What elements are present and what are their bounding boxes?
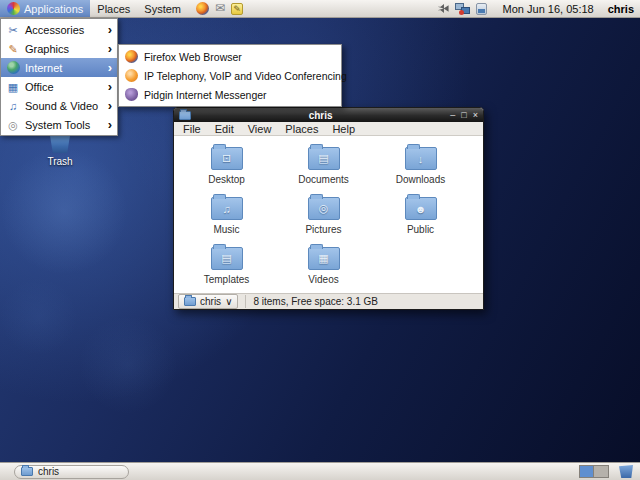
menu-item-label: Graphics xyxy=(25,43,69,55)
accessories-icon: ✂ xyxy=(6,23,20,37)
folder-label: Desktop xyxy=(208,174,245,185)
maximize-icon[interactable]: □ xyxy=(461,108,466,122)
taskbar-window-button[interactable]: chris xyxy=(14,465,129,479)
folder-icon: ▦ xyxy=(308,247,340,270)
submenu-arrow-icon: › xyxy=(108,62,112,74)
menu-item-label: Office xyxy=(25,81,54,93)
sound-video-icon: ♫ xyxy=(6,99,20,113)
firefox-launcher-icon[interactable] xyxy=(196,2,209,15)
window-folder-icon xyxy=(179,111,191,120)
submenu-item-ip-telephony[interactable]: IP Telephony, VoIP and Video Conferencin… xyxy=(119,66,341,85)
template-emblem-icon: ▤ xyxy=(221,252,231,265)
firefox-icon xyxy=(125,50,138,63)
folder-icon: ↓ xyxy=(405,147,437,170)
trash-label: Trash xyxy=(47,156,72,167)
folder-downloads[interactable]: ↓ Downloads xyxy=(372,143,469,193)
menu-places[interactable]: Places xyxy=(285,123,318,135)
updates-icon[interactable] xyxy=(476,3,487,15)
menu-item-label: System Tools xyxy=(25,119,90,131)
close-icon[interactable]: × xyxy=(473,108,478,122)
folder-music[interactable]: ♫ Music xyxy=(178,193,275,243)
folder-public[interactable]: ☻ Public xyxy=(372,193,469,243)
window-title: chris xyxy=(195,110,446,121)
menu-item-internet[interactable]: Internet › xyxy=(1,58,117,77)
window-controls: – □ × xyxy=(450,108,478,122)
folder-videos[interactable]: ▦ Videos xyxy=(275,243,372,293)
submenu-item-label: IP Telephony, VoIP and Video Conferencin… xyxy=(144,70,347,82)
graphics-icon: ✎ xyxy=(6,42,20,56)
chevron-down-icon: ∨ xyxy=(225,296,232,307)
panel-launchers: ✉ ✎ xyxy=(196,2,243,15)
mail-launcher-icon[interactable]: ✉ xyxy=(215,2,225,15)
submenu-arrow-icon: › xyxy=(108,81,112,93)
task-folder-icon xyxy=(21,467,33,476)
folder-icon: ⊡ xyxy=(211,147,243,170)
folder-pictures[interactable]: ◎ Pictures xyxy=(275,193,372,243)
submenu-arrow-icon: › xyxy=(108,100,112,112)
folder-templates[interactable]: ▤ Templates xyxy=(178,243,275,293)
system-tray: Mon Jun 16, 05:18 chris xyxy=(438,3,640,15)
file-manager-window: chris – □ × File Edit View Places Help ⊡… xyxy=(173,107,484,310)
file-list-area: ⊡ Desktop ▤ Documents ↓ Downloads ♫ Musi… xyxy=(174,136,483,293)
menu-item-sound-video[interactable]: ♫ Sound & Video › xyxy=(1,96,117,115)
folder-label: Music xyxy=(213,224,239,235)
folder-icon: ☻ xyxy=(405,197,437,220)
statusbar-divider xyxy=(245,295,246,308)
music-emblem-icon: ♫ xyxy=(222,203,230,215)
trash-applet-icon[interactable] xyxy=(619,465,633,478)
document-emblem-icon: ▤ xyxy=(318,152,328,165)
folder-label: Videos xyxy=(308,274,338,285)
menu-item-system-tools[interactable]: ◎ System Tools › xyxy=(1,115,117,134)
network-alert-dot xyxy=(459,10,464,15)
menu-help[interactable]: Help xyxy=(332,123,355,135)
person-emblem-icon: ☻ xyxy=(415,203,427,215)
folder-icon: ♫ xyxy=(211,197,243,220)
menu-file[interactable]: File xyxy=(183,123,201,135)
places-menu-button[interactable]: Places xyxy=(90,0,137,17)
window-statusbar: chris ∨ 8 items, Free space: 3.1 GB xyxy=(174,293,483,309)
workspace-1[interactable] xyxy=(580,466,594,477)
notes-launcher-icon[interactable]: ✎ xyxy=(231,3,243,15)
menu-view[interactable]: View xyxy=(248,123,272,135)
folder-icon: ▤ xyxy=(211,247,243,270)
panel-user-name[interactable]: chris xyxy=(608,3,634,15)
pidgin-icon xyxy=(125,88,138,101)
folder-label: Documents xyxy=(298,174,349,185)
menu-edit[interactable]: Edit xyxy=(215,123,234,135)
workspace-switcher[interactable] xyxy=(579,465,609,478)
location-folder-icon xyxy=(184,297,196,306)
window-titlebar[interactable]: chris – □ × xyxy=(174,108,483,122)
panel-clock[interactable]: Mon Jun 16, 05:18 xyxy=(503,3,594,15)
menu-item-label: Sound & Video xyxy=(25,100,98,112)
folder-desktop[interactable]: ⊡ Desktop xyxy=(178,143,275,193)
folder-label: Public xyxy=(407,224,434,235)
submenu-arrow-icon: › xyxy=(108,24,112,36)
folder-label: Templates xyxy=(204,274,250,285)
top-panel: Applications Places System ✉ ✎ Mon Jun 1… xyxy=(0,0,640,18)
menu-item-label: Internet xyxy=(25,62,62,74)
volume-icon[interactable] xyxy=(438,3,449,14)
location-dropdown-button[interactable]: chris ∨ xyxy=(178,294,238,309)
menu-item-accessories[interactable]: ✂ Accessories › xyxy=(1,20,117,39)
submenu-item-pidgin[interactable]: Pidgin Internet Messenger xyxy=(119,85,341,104)
system-menu-button[interactable]: System xyxy=(137,0,188,17)
folder-documents[interactable]: ▤ Documents xyxy=(275,143,372,193)
submenu-item-firefox[interactable]: Firefox Web Browser xyxy=(119,47,341,66)
applications-menu-label: Applications xyxy=(24,3,83,15)
bottom-panel: chris xyxy=(0,462,640,480)
folder-icon: ▤ xyxy=(308,147,340,170)
system-tools-icon: ◎ xyxy=(6,118,20,132)
desktop-emblem-icon: ⊡ xyxy=(222,152,231,165)
network-icon[interactable] xyxy=(455,3,470,15)
workspace-2[interactable] xyxy=(594,466,608,477)
menu-item-office[interactable]: ▦ Office › xyxy=(1,77,117,96)
applications-menu-button[interactable]: Applications xyxy=(0,0,90,17)
submenu-item-label: Pidgin Internet Messenger xyxy=(144,89,267,101)
location-label: chris xyxy=(200,296,221,307)
minimize-icon[interactable]: – xyxy=(450,108,455,122)
folder-label: Pictures xyxy=(305,224,341,235)
menu-item-graphics[interactable]: ✎ Graphics › xyxy=(1,39,117,58)
folder-icon: ◎ xyxy=(308,197,340,220)
submenu-arrow-icon: › xyxy=(108,43,112,55)
applications-dropdown-menu: ✂ Accessories › ✎ Graphics › Internet › … xyxy=(0,18,118,136)
